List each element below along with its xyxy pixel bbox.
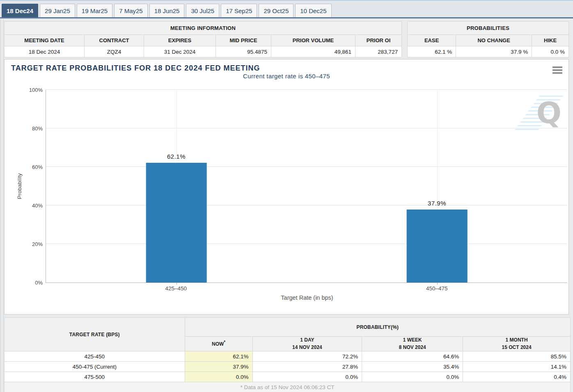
probabilities-row: 62.1 % 37.9 % 0.0 % — [408, 46, 569, 57]
y-tick-label: 60% — [32, 164, 43, 170]
page-left-border — [0, 19, 4, 392]
probabilities-table: PROBABILITIES EASE NO CHANGE HIKE 62.1 %… — [407, 21, 569, 57]
header-1-week: 1 WEEK8 NOV 2024 — [362, 337, 463, 351]
col-contract: CONTRACT — [85, 35, 144, 46]
col-mid-price: MID PRICE — [216, 35, 271, 46]
x-category-label: 425–450 — [165, 285, 187, 292]
col-hike: HIKE — [532, 35, 569, 46]
y-tick-label: 20% — [32, 241, 43, 247]
ease-value: 62.1 % — [408, 46, 456, 57]
y-tick-label: 100% — [29, 87, 43, 93]
header-1-month: 1 MONTH15 OCT 2024 — [463, 337, 571, 351]
probability-history-table: TARGET RATE (BPS) PROBABILITY(%) NOW* 1 … — [4, 317, 571, 392]
probability-bar — [406, 210, 468, 283]
tab-18-jun25[interactable]: 18 Jun25 — [149, 4, 185, 17]
col-meeting-date: MEETING DATE — [5, 35, 85, 46]
table-row: 475-500 0.0% 0.0% 0.0% 0.4% — [5, 372, 571, 382]
y-tick-label: 0% — [35, 280, 43, 286]
expires-value: 31 Dec 2024 — [144, 46, 216, 57]
mid-price-value: 95.4875 — [216, 46, 271, 57]
x-axis-title: Target Rate (in bps) — [46, 294, 568, 301]
y-tick-label: 40% — [32, 203, 43, 209]
hike-value: 0.0 % — [532, 46, 569, 57]
tab-18-dec24[interactable]: 18 Dec24 — [2, 4, 38, 17]
prior-volume-value: 49,861 — [271, 46, 355, 57]
col-ease: EASE — [408, 35, 456, 46]
tab-17-sep25[interactable]: 17 Sep25 — [221, 4, 257, 17]
y-axis-title: Probability — [16, 173, 23, 199]
col-no-change: NO CHANGE — [456, 35, 532, 46]
top-info-row: MEETING INFORMATION MEETING DATE CONTRAC… — [4, 21, 569, 57]
meeting-date-tabbar: 18 Dec24 29 Jan25 19 Mar25 7 May25 18 Ju… — [0, 0, 573, 18]
month-cell: 0.4% — [463, 372, 571, 382]
prior-oi-value: 283,727 — [355, 46, 402, 57]
data-as-of-footnote: * Data as of 15 Nov 2024 06:06:23 CT — [5, 382, 571, 392]
chart-subtitle: Current target rate is 450–475 — [5, 73, 568, 82]
day-cell: 72.2% — [252, 351, 362, 362]
table-row: 450-475 (Current) 37.9% 27.8% 35.4% 14.1… — [5, 362, 571, 372]
contract-value: ZQZ4 — [85, 46, 144, 57]
target-rate-chart-panel: TARGET RATE PROBABILITIES FOR 18 DEC 202… — [4, 59, 569, 315]
now-asterisk: * — [224, 340, 225, 344]
meeting-date-value: 18 Dec 2024 — [5, 46, 85, 57]
table-row: 425-450 62.1% 72.2% 64.6% 85.5% — [5, 351, 571, 362]
bar-value-label: 37.9% — [428, 200, 446, 207]
meeting-information-title: MEETING INFORMATION — [5, 22, 402, 35]
meeting-information-row: 18 Dec 2024 ZQZ4 31 Dec 2024 95.4875 49,… — [5, 46, 402, 57]
gridline — [46, 205, 567, 205]
tab-30-jul25[interactable]: 30 Jul25 — [186, 4, 219, 17]
week-cell: 64.6% — [362, 351, 463, 362]
no-change-value: 37.9 % — [456, 46, 532, 57]
hamburger-menu-icon[interactable] — [552, 66, 562, 75]
day-cell: 27.8% — [252, 362, 362, 372]
week-cell: 0.0% — [362, 372, 463, 382]
month-cell: 85.5% — [463, 351, 571, 362]
rate-cell: 450-475 (Current) — [5, 362, 185, 372]
y-tick-label: 80% — [32, 125, 43, 132]
meeting-information-table: MEETING INFORMATION MEETING DATE CONTRAC… — [4, 21, 402, 57]
day-cell: 0.0% — [252, 372, 362, 382]
chart-title: TARGET RATE PROBABILITIES FOR 18 DEC 202… — [5, 59, 568, 73]
bar-value-label: 62.1% — [167, 153, 186, 160]
now-cell: 37.9% — [185, 362, 252, 372]
x-axis-category-labels: 425–450450–475 — [46, 283, 567, 294]
tab-29-jan25[interactable]: 29 Jan25 — [40, 4, 75, 17]
header-target-rate-bps: TARGET RATE (BPS) — [5, 318, 185, 351]
gridline — [46, 244, 567, 244]
watermark-q-letter: Q — [536, 98, 562, 128]
now-cell: 0.0% — [185, 372, 252, 382]
week-cell: 35.4% — [362, 362, 463, 372]
col-prior-volume: PRIOR VOLUME — [271, 35, 355, 46]
gridline — [46, 89, 567, 90]
now-cell: 62.1% — [185, 351, 252, 362]
month-cell: 14.1% — [463, 362, 571, 372]
watermark-stripes — [513, 96, 563, 132]
gridline — [46, 128, 567, 128]
col-prior-oi: PRIOR OI — [355, 35, 402, 46]
probabilities-title: PROBABILITIES — [408, 22, 569, 35]
rate-cell: 425-450 — [5, 351, 185, 362]
plot-area: Probability Q 0%20%40%60%80%100%62.1%37.… — [46, 90, 567, 283]
gridline — [46, 166, 567, 167]
probability-bar — [146, 163, 207, 283]
rate-cell: 475-500 — [5, 372, 185, 382]
x-category-label: 450–475 — [426, 285, 448, 292]
tab-19-mar25[interactable]: 19 Mar25 — [77, 4, 112, 17]
header-now: NOW* — [185, 337, 252, 351]
tab-10-dec25[interactable]: 10 Dec25 — [295, 4, 331, 17]
header-probability-group: PROBABILITY(%) — [185, 318, 570, 337]
header-1-day: 1 DAY14 NOV 2024 — [252, 337, 362, 351]
tab-7-may25[interactable]: 7 May25 — [114, 4, 148, 17]
col-expires: EXPIRES — [144, 35, 216, 46]
tab-29-oct25[interactable]: 29 Oct25 — [259, 4, 293, 17]
